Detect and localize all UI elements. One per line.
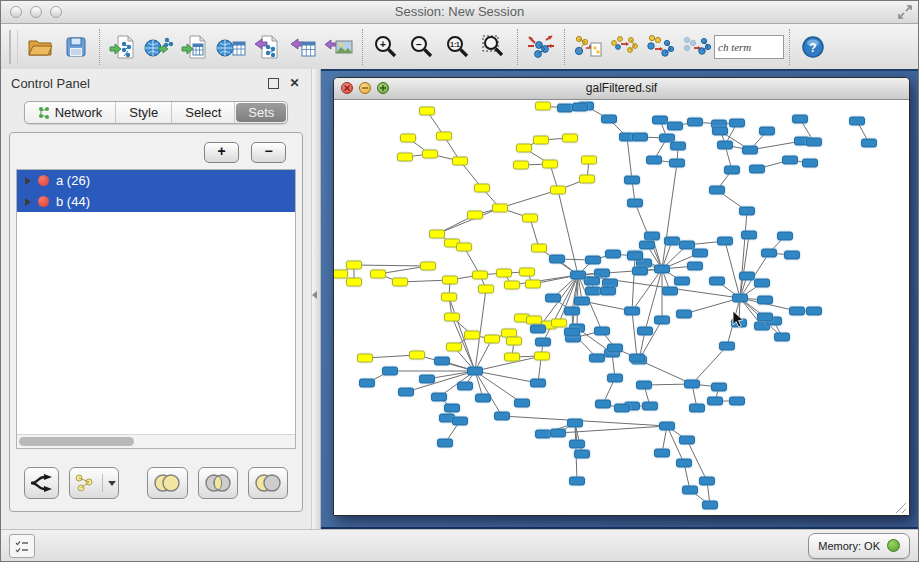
graph-node[interactable] xyxy=(783,156,798,164)
graph-node[interactable] xyxy=(442,293,457,301)
graph-node[interactable] xyxy=(755,279,770,287)
graph-node[interactable] xyxy=(710,277,725,285)
graph-node[interactable] xyxy=(660,134,675,142)
import-network-web-button[interactable] xyxy=(141,28,177,66)
graph-node[interactable] xyxy=(645,232,660,240)
graph-node[interactable] xyxy=(563,134,578,142)
graph-node[interactable] xyxy=(571,271,586,279)
network-window-title-bar[interactable]: galFiltered.sif xyxy=(334,78,909,100)
graph-node[interactable] xyxy=(596,400,611,408)
graph-node[interactable] xyxy=(502,329,517,337)
graph-node[interactable] xyxy=(532,244,547,252)
graph-node[interactable] xyxy=(565,328,580,336)
tab-style[interactable]: Style xyxy=(116,102,172,123)
graph-node[interactable] xyxy=(473,271,488,279)
graph-node[interactable] xyxy=(640,241,655,249)
tab-select[interactable]: Select xyxy=(172,102,235,123)
graph-node[interactable] xyxy=(603,279,618,287)
graph-node[interactable] xyxy=(432,393,447,401)
graph-node[interactable] xyxy=(551,186,566,194)
union-sets-button[interactable] xyxy=(147,467,187,499)
graph-node[interactable] xyxy=(399,388,414,396)
add-set-button[interactable]: + xyxy=(204,142,239,163)
help-button[interactable]: ? xyxy=(795,28,831,66)
graph-node[interactable] xyxy=(655,449,670,457)
graph-node[interactable] xyxy=(602,115,617,123)
graph-node[interactable] xyxy=(552,319,567,327)
graph-node[interactable] xyxy=(730,119,745,127)
graph-node[interactable] xyxy=(760,127,775,135)
export-network-button[interactable] xyxy=(249,28,285,66)
graph-node[interactable] xyxy=(551,429,566,437)
horizontal-scrollbar[interactable] xyxy=(17,434,295,448)
graph-node[interactable] xyxy=(447,343,462,351)
graph-node[interactable] xyxy=(660,422,675,430)
graph-node[interactable] xyxy=(785,251,800,259)
graph-node[interactable] xyxy=(606,250,621,258)
graph-node[interactable] xyxy=(437,132,452,140)
graph-node[interactable] xyxy=(520,268,535,276)
import-table-web-button[interactable] xyxy=(213,28,249,66)
graph-node[interactable] xyxy=(570,440,585,448)
graph-node[interactable] xyxy=(543,160,558,168)
graph-node[interactable] xyxy=(688,262,703,270)
graph-node[interactable] xyxy=(643,402,658,410)
graph-node[interactable] xyxy=(443,276,458,284)
task-history-button[interactable] xyxy=(9,534,35,558)
disclosure-triangle-icon[interactable] xyxy=(25,198,31,206)
graph-node[interactable] xyxy=(653,116,668,124)
tab-network[interactable]: Network xyxy=(25,102,117,123)
graph-node[interactable] xyxy=(615,404,630,412)
graph-node[interactable] xyxy=(586,287,601,295)
memory-status-button[interactable]: Memory: OK xyxy=(808,533,910,559)
graph-node[interactable] xyxy=(445,313,460,321)
graph-node[interactable] xyxy=(360,379,375,387)
fullscreen-icon[interactable] xyxy=(898,5,912,19)
graph-node[interactable] xyxy=(668,122,683,130)
graph-node[interactable] xyxy=(536,338,551,346)
graph-node[interactable] xyxy=(485,335,500,343)
graph-node[interactable] xyxy=(633,267,648,275)
graph-node[interactable] xyxy=(683,486,698,494)
graph-node[interactable] xyxy=(505,281,520,289)
graph-node[interactable] xyxy=(625,307,640,315)
graph-node[interactable] xyxy=(850,117,865,125)
graph-node[interactable] xyxy=(347,261,362,269)
graph-node[interactable] xyxy=(758,296,773,304)
zoom-in-button[interactable]: + xyxy=(368,28,404,66)
graph-node[interactable] xyxy=(633,133,648,141)
graph-node[interactable] xyxy=(468,367,483,375)
graph-node[interactable] xyxy=(568,419,583,427)
copy-network-to-clipboard-button[interactable] xyxy=(570,28,606,66)
graph-node[interactable] xyxy=(677,459,692,467)
graph-node[interactable] xyxy=(595,269,610,277)
graph-node[interactable] xyxy=(430,230,445,238)
graph-node[interactable] xyxy=(680,241,695,249)
graph-node[interactable] xyxy=(680,436,695,444)
graph-node[interactable] xyxy=(334,270,348,278)
graph-node[interactable] xyxy=(550,255,565,263)
graph-node[interactable] xyxy=(531,379,546,387)
graph-node[interactable] xyxy=(677,310,692,318)
remove-set-button[interactable]: − xyxy=(251,142,286,163)
graph-node[interactable] xyxy=(608,344,623,352)
export-table-button[interactable] xyxy=(285,28,321,66)
graph-node[interactable] xyxy=(468,211,483,219)
graph-node[interactable] xyxy=(453,417,468,425)
graph-node[interactable] xyxy=(637,381,652,389)
graph-node[interactable] xyxy=(671,142,686,150)
graph-node[interactable] xyxy=(647,156,662,164)
import-table-file-button[interactable] xyxy=(177,28,213,66)
zoom-fit-button[interactable] xyxy=(476,28,512,66)
graph-node[interactable] xyxy=(690,404,705,412)
graph-node[interactable] xyxy=(803,159,818,167)
graph-node[interactable] xyxy=(685,380,700,388)
graph-node[interactable] xyxy=(507,337,522,345)
graph-node[interactable] xyxy=(625,176,640,184)
graph-node[interactable] xyxy=(630,354,645,362)
graph-node[interactable] xyxy=(700,477,715,485)
search-input[interactable] xyxy=(714,35,784,59)
graph-node[interactable] xyxy=(585,277,600,285)
graph-node[interactable] xyxy=(730,397,745,405)
graph-node[interactable] xyxy=(570,477,585,485)
